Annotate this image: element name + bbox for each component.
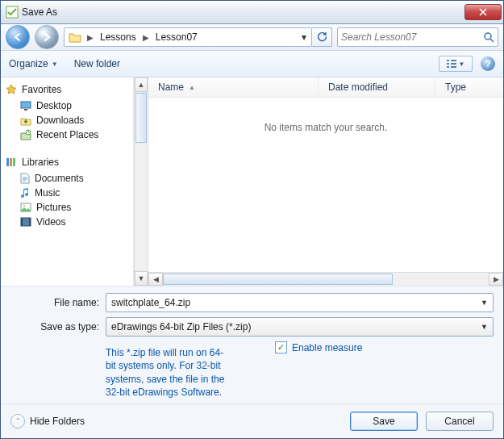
nav-tree: Favorites Desktop Downloads Recent Place… [1, 77, 134, 286]
scroll-thumb[interactable] [163, 274, 393, 285]
music-icon [20, 187, 30, 199]
filename-label: File name: [10, 297, 106, 308]
folder-icon [68, 30, 82, 44]
tree-item-music[interactable]: Music [6, 186, 128, 200]
scroll-right-arrow[interactable]: ▶ [489, 273, 503, 286]
lower-panel: File name: switchplate_64.zip ▼ Save as … [1, 286, 503, 403]
svg-rect-6 [451, 63, 456, 65]
scroll-thumb[interactable] [135, 93, 147, 143]
search-input[interactable]: Search Lesson07 [337, 27, 498, 47]
tree-item-desktop[interactable]: Desktop [6, 98, 128, 113]
libraries-icon [6, 157, 17, 168]
cancel-button[interactable]: Cancel [426, 412, 494, 431]
star-icon [6, 84, 17, 95]
svg-rect-17 [21, 218, 23, 226]
sort-asc-icon: ▲ [189, 84, 195, 91]
list-hscrollbar[interactable]: ◀ ▶ [148, 272, 503, 286]
breadcrumb-lesson07[interactable]: Lesson07 [151, 28, 202, 46]
breadcrumb-lessons[interactable]: Lessons [95, 28, 141, 46]
view-selector[interactable]: ▼ [439, 56, 473, 72]
videos-icon [20, 217, 31, 227]
svg-rect-2 [447, 60, 449, 61]
column-type[interactable]: Type [435, 77, 503, 97]
svg-rect-4 [447, 66, 449, 68]
svg-rect-12 [10, 158, 12, 166]
chevron-right-icon[interactable]: ▶ [141, 33, 151, 42]
column-headers: Name▲ Date modified Type [148, 77, 503, 98]
recent-icon [20, 129, 31, 140]
pictures-icon [20, 203, 31, 212]
app-icon [6, 6, 19, 19]
organize-button[interactable]: Organize▼ [9, 58, 58, 69]
svg-point-15 [23, 205, 26, 207]
tree-item-documents[interactable]: Documents [6, 171, 128, 186]
svg-rect-3 [447, 63, 449, 65]
save-as-dialog: Save As ▶ Lessons ▶ Lesson07 ▾ [0, 0, 504, 439]
back-button[interactable] [6, 25, 30, 49]
svg-rect-7 [451, 66, 456, 68]
savetype-select[interactable]: eDrawings 64-bit Zip Files (*.zip) ▼ [106, 317, 494, 337]
scroll-down-arrow[interactable]: ▼ [135, 271, 148, 286]
search-placeholder: Search Lesson07 [341, 31, 416, 43]
downloads-icon [20, 115, 31, 126]
scroll-left-arrow[interactable]: ◀ [148, 273, 163, 286]
tree-item-recent-places[interactable]: Recent Places [6, 128, 128, 142]
titlebar[interactable]: Save As [1, 1, 503, 24]
tree-group-favorites[interactable]: Favorites [6, 84, 128, 95]
list-view-icon [447, 60, 456, 68]
nav-row: ▶ Lessons ▶ Lesson07 ▾ Search Lesson07 [1, 24, 503, 51]
new-folder-button[interactable]: New folder [74, 58, 120, 69]
column-name[interactable]: Name▲ [148, 77, 319, 97]
hide-folders-button[interactable]: ˄ Hide Folders [10, 414, 85, 429]
documents-icon [20, 173, 30, 184]
svg-rect-9 [24, 109, 27, 111]
tree-scrollbar[interactable]: ▲ ▼ [134, 77, 148, 286]
column-date[interactable]: Date modified [319, 77, 435, 97]
chevron-right-icon[interactable]: ▶ [85, 33, 95, 42]
toolbar: Organize▼ New folder ▼ ? [1, 51, 503, 77]
svg-rect-5 [451, 60, 456, 61]
tree-item-downloads[interactable]: Downloads [6, 113, 128, 128]
search-icon [483, 31, 494, 43]
address-bar[interactable]: ▶ Lessons ▶ Lesson07 ▾ [64, 27, 312, 47]
tree-item-videos[interactable]: Videos [6, 215, 128, 229]
file-list-pane: Name▲ Date modified Type No items match … [148, 77, 503, 286]
chevron-down-icon: ▼ [52, 61, 58, 68]
window-title: Save As [22, 6, 57, 18]
close-button[interactable] [464, 4, 502, 20]
save-button[interactable]: Save [350, 412, 418, 431]
footer: ˄ Hide Folders Save Cancel [1, 403, 503, 438]
refresh-button[interactable] [312, 27, 332, 47]
forward-button[interactable] [35, 25, 59, 49]
desktop-icon [20, 101, 31, 111]
tree-group-libraries[interactable]: Libraries [6, 157, 128, 168]
tree-item-pictures[interactable]: Pictures [6, 200, 128, 215]
empty-message: No items match your search. [264, 122, 388, 133]
chevron-down-icon: ▼ [459, 61, 465, 68]
filename-input[interactable]: switchplate_64.zip ▼ [106, 293, 494, 312]
chevron-up-icon: ˄ [10, 414, 25, 429]
address-dropdown[interactable]: ▾ [297, 31, 311, 43]
chevron-down-icon[interactable]: ▼ [481, 299, 488, 307]
svg-rect-8 [21, 102, 31, 108]
info-note: This *.zip file will run on 64-bit syste… [106, 346, 227, 399]
svg-rect-11 [6, 158, 9, 166]
chevron-down-icon[interactable]: ▼ [481, 323, 488, 331]
scroll-up-arrow[interactable]: ▲ [135, 77, 148, 92]
file-list-body[interactable]: No items match your search. [148, 98, 503, 272]
svg-rect-18 [29, 218, 31, 226]
svg-rect-13 [13, 158, 15, 166]
enable-measure-checkbox[interactable]: ✓ Enable measure [275, 341, 362, 353]
checkbox-icon: ✓ [275, 341, 287, 353]
help-button[interactable]: ? [481, 56, 495, 71]
savetype-label: Save as type: [10, 321, 106, 332]
svg-point-1 [485, 33, 491, 40]
